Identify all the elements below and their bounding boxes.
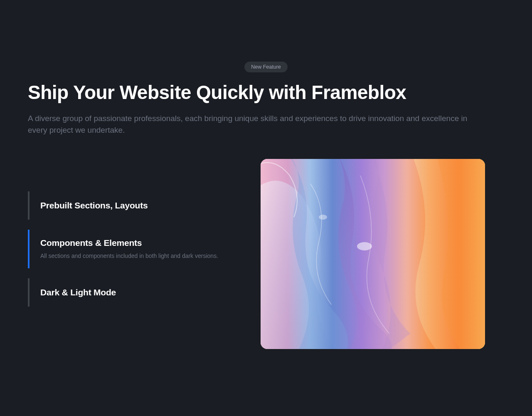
abstract-image (261, 159, 485, 349)
feature-components-elements[interactable]: Components & Elements All sections and c… (28, 230, 236, 269)
feature-description: All sections and components included in … (40, 252, 236, 260)
image-column (261, 159, 504, 349)
new-feature-badge: New Feature (244, 62, 288, 72)
svg-point-1 (357, 242, 372, 250)
content-row: Prebuilt Sections, Layouts Components & … (28, 159, 504, 349)
feature-title: Components & Elements (40, 238, 236, 248)
page-subheadline: A diverse group of passionate profession… (28, 113, 485, 136)
page-headline: Ship Your Website Quickly with Frameblox (28, 82, 504, 104)
feature-dark-light-mode[interactable]: Dark & Light Mode (28, 278, 236, 307)
features-column: Prebuilt Sections, Layouts Components & … (28, 159, 236, 349)
page-container: New Feature Ship Your Website Quickly wi… (0, 0, 532, 349)
feature-title: Dark & Light Mode (40, 287, 236, 297)
badge-wrapper: New Feature (28, 62, 504, 72)
svg-point-2 (319, 215, 327, 220)
feature-title: Prebuilt Sections, Layouts (40, 201, 236, 210)
feature-prebuilt-sections[interactable]: Prebuilt Sections, Layouts (28, 191, 236, 220)
